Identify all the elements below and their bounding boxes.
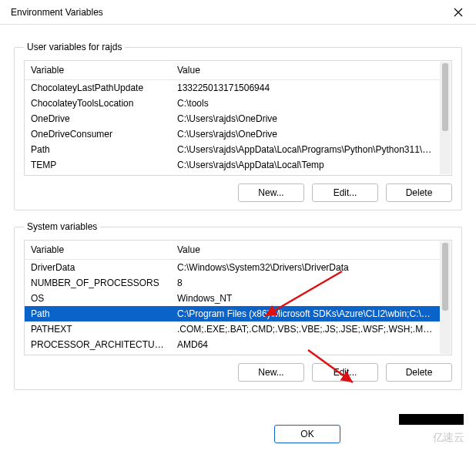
system-new-button[interactable]: New... bbox=[238, 363, 304, 382]
var-name-cell: OneDriveConsumer bbox=[25, 126, 171, 142]
var-value-cell: C:\Users\rajds\OneDrive bbox=[171, 126, 441, 142]
user-variables-group: User variables for rajds Variable Value … bbox=[14, 42, 462, 210]
system-variables-group: System variables Variable Value DriverDa… bbox=[14, 221, 462, 390]
table-row[interactable]: PathC:\Program Files (x86)\Microsoft SDK… bbox=[25, 306, 441, 321]
var-name-cell: ChocolateyLastPathUpdate bbox=[25, 80, 171, 96]
var-value-cell: C:\Program Files (x86)\Microsoft SDKs\Az… bbox=[171, 306, 441, 321]
dialog-button-bar: OK Cancel bbox=[274, 425, 414, 443]
table-row[interactable]: PROCESSOR_IDENTIFIERIntel64 Family 6 Mod… bbox=[25, 352, 441, 355]
dialog-content: User variables for rajds Variable Value … bbox=[0, 25, 476, 390]
var-name-cell: PATHEXT bbox=[25, 321, 171, 337]
var-value-cell: C:\Users\rajds\AppData\Local\Programs\Py… bbox=[171, 142, 441, 157]
var-name-cell: ChocolateyToolsLocation bbox=[25, 96, 171, 111]
var-value-cell: C:\Users\rajds\OneDrive bbox=[171, 111, 441, 126]
var-name-cell: TMP bbox=[25, 173, 171, 176]
table-row[interactable]: OneDriveC:\Users\rajds\OneDrive bbox=[25, 111, 441, 126]
var-name-cell: Path bbox=[25, 306, 171, 321]
user-col-value[interactable]: Value bbox=[171, 61, 441, 80]
system-scrollbar[interactable] bbox=[440, 241, 451, 354]
system-col-variable[interactable]: Variable bbox=[25, 241, 171, 260]
ok-button[interactable]: OK bbox=[274, 425, 340, 443]
table-row[interactable]: NUMBER_OF_PROCESSORS8 bbox=[25, 275, 441, 291]
close-icon[interactable] bbox=[451, 5, 465, 19]
system-vars-table[interactable]: Variable Value DriverDataC:\Windows\Syst… bbox=[25, 241, 441, 355]
user-edit-button[interactable]: Edit... bbox=[312, 183, 378, 202]
user-scrollbar[interactable] bbox=[440, 62, 451, 174]
system-variables-legend: System variables bbox=[24, 221, 100, 232]
table-row[interactable]: ChocolateyToolsLocationC:\tools bbox=[25, 96, 441, 111]
var-value-cell: .COM;.EXE;.BAT;.CMD;.VBS;.VBE;.JS;.JSE;.… bbox=[171, 321, 441, 337]
user-delete-button[interactable]: Delete bbox=[386, 183, 452, 202]
user-new-button[interactable]: New... bbox=[238, 183, 304, 202]
table-row[interactable]: ChocolateyLastPathUpdate1332250131715069… bbox=[25, 80, 441, 96]
var-value-cell: C:\Users\raids\AppData\Local\Temp bbox=[171, 173, 441, 176]
var-name-cell: PROCESSOR_IDENTIFIER bbox=[25, 352, 171, 355]
user-variables-legend: User variables for rajds bbox=[24, 42, 125, 52]
var-name-cell: DriverData bbox=[25, 260, 171, 276]
var-value-cell: C:\Windows\System32\Drivers\DriverData bbox=[171, 260, 441, 276]
system-edit-button[interactable]: Edit... bbox=[312, 363, 378, 382]
var-value-cell: C:\Users\rajds\AppData\Local\Temp bbox=[171, 157, 441, 173]
var-value-cell: Intel64 Family 6 Model 58 Stepping 9, Ge… bbox=[171, 352, 441, 355]
var-name-cell: NUMBER_OF_PROCESSORS bbox=[25, 275, 171, 291]
var-value-cell: 133225013171506944 bbox=[171, 80, 441, 96]
table-row[interactable]: TMPC:\Users\raids\AppData\Local\Temp bbox=[25, 173, 441, 176]
var-name-cell: OS bbox=[25, 291, 171, 306]
table-row[interactable]: OneDriveConsumerC:\Users\rajds\OneDrive bbox=[25, 126, 441, 142]
var-value-cell: 8 bbox=[171, 275, 441, 291]
system-delete-button[interactable]: Delete bbox=[386, 363, 452, 382]
var-name-cell: PROCESSOR_ARCHITECTURE bbox=[25, 337, 171, 352]
user-vars-table[interactable]: Variable Value ChocolateyLastPathUpdate1… bbox=[25, 61, 441, 176]
system-col-value[interactable]: Value bbox=[171, 241, 441, 260]
var-name-cell: OneDrive bbox=[25, 111, 171, 126]
var-name-cell: Path bbox=[25, 142, 171, 157]
var-value-cell: AMD64 bbox=[171, 337, 441, 352]
var-name-cell: TEMP bbox=[25, 157, 171, 173]
system-buttons: New... Edit... Delete bbox=[24, 363, 452, 382]
user-buttons: New... Edit... Delete bbox=[24, 183, 452, 202]
watermark-text: 亿速云 bbox=[433, 431, 464, 445]
table-row[interactable]: TEMPC:\Users\rajds\AppData\Local\Temp bbox=[25, 157, 441, 173]
table-row[interactable]: PROCESSOR_ARCHITECTUREAMD64 bbox=[25, 337, 441, 352]
user-vars-table-wrap: Variable Value ChocolateyLastPathUpdate1… bbox=[24, 60, 452, 176]
var-value-cell: C:\tools bbox=[171, 96, 441, 111]
user-col-variable[interactable]: Variable bbox=[25, 61, 171, 80]
system-vars-table-wrap: Variable Value DriverDataC:\Windows\Syst… bbox=[24, 240, 452, 355]
table-row[interactable]: PathC:\Users\rajds\AppData\Local\Program… bbox=[25, 142, 441, 157]
table-row[interactable]: DriverDataC:\Windows\System32\Drivers\Dr… bbox=[25, 260, 441, 276]
var-value-cell: Windows_NT bbox=[171, 291, 441, 306]
table-row[interactable]: OSWindows_NT bbox=[25, 291, 441, 306]
window-title: Environment Variables bbox=[11, 7, 103, 18]
table-row[interactable]: PATHEXT.COM;.EXE;.BAT;.CMD;.VBS;.VBE;.JS… bbox=[25, 321, 441, 337]
titlebar: Environment Variables bbox=[0, 0, 476, 25]
watermark-block bbox=[399, 414, 464, 425]
